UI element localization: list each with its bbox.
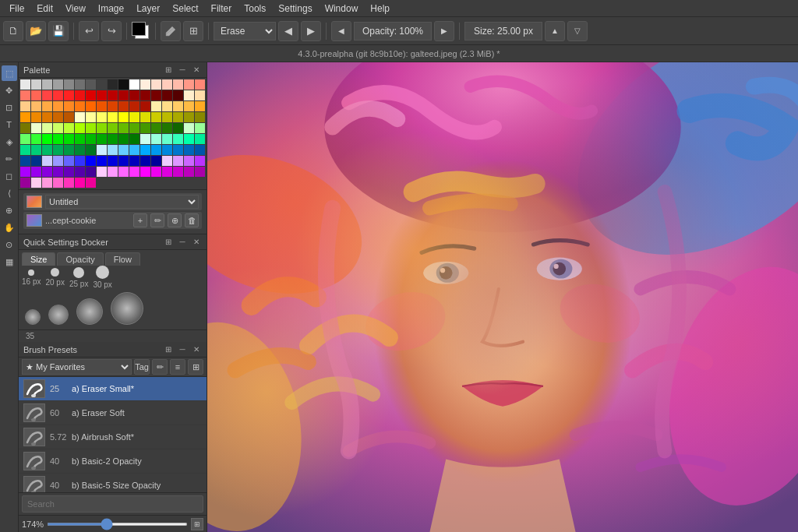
palette-color-swatch[interactable]	[129, 101, 139, 111]
palette-close-icon[interactable]: ✕	[191, 65, 202, 76]
palette-color-swatch[interactable]	[129, 123, 139, 133]
palette-color-swatch[interactable]	[118, 90, 129, 100]
brush-list-item[interactable]: 40b) Basic-2 Opacity	[19, 449, 207, 474]
brush-tool-preview[interactable]	[161, 21, 181, 41]
palette-color-swatch[interactable]	[173, 167, 183, 177]
palette-color-swatch[interactable]	[195, 167, 205, 177]
palette-color-swatch[interactable]	[162, 134, 172, 144]
palette-color-swatch[interactable]	[162, 90, 172, 100]
palette-color-swatch[interactable]	[31, 101, 41, 111]
palette-color-swatch[interactable]	[20, 156, 30, 166]
palette-color-swatch[interactable]	[53, 123, 63, 133]
palette-color-swatch[interactable]	[97, 167, 107, 177]
palette-color-swatch[interactable]	[86, 123, 96, 133]
palette-color-swatch[interactable]	[31, 90, 41, 100]
palette-color-swatch[interactable]	[64, 123, 74, 133]
palette-color-swatch[interactable]	[173, 145, 183, 155]
undo-button[interactable]: ↩	[79, 21, 99, 41]
palette-color-swatch[interactable]	[31, 178, 41, 188]
palette-color-swatch[interactable]	[108, 79, 118, 90]
mode-back-button[interactable]: ◀	[278, 21, 298, 41]
bp-settings-icon[interactable]: ⊞	[163, 344, 174, 355]
palette-color-swatch[interactable]	[42, 123, 52, 133]
palette-color-swatch[interactable]	[64, 101, 74, 111]
qs-settings-icon[interactable]: ⊞	[163, 237, 174, 248]
tool-fill[interactable]: ◈	[2, 134, 17, 150]
palette-color-swatch[interactable]	[162, 167, 172, 177]
palette-color-swatch[interactable]	[151, 145, 161, 155]
redo-button[interactable]: ↪	[101, 21, 122, 41]
palette-color-swatch[interactable]	[184, 145, 194, 155]
palette-color-swatch[interactable]	[184, 90, 194, 100]
palette-color-swatch[interactable]	[53, 112, 63, 122]
palette-color-swatch[interactable]	[86, 145, 96, 155]
fg-color-swatch[interactable]	[132, 22, 146, 36]
palette-color-swatch[interactable]	[86, 178, 96, 188]
palette-color-swatch[interactable]	[75, 134, 85, 144]
palette-color-swatch[interactable]	[173, 90, 183, 100]
palette-color-swatch[interactable]	[118, 123, 129, 133]
palette-color-swatch[interactable]	[173, 156, 183, 166]
palette-color-swatch[interactable]	[42, 178, 52, 188]
brush-list-item[interactable]: 40b) Basic-5 Size Opacity	[19, 474, 207, 492]
palette-color-swatch[interactable]	[129, 134, 139, 144]
palette-color-swatch[interactable]	[53, 156, 63, 166]
palette-color-swatch[interactable]	[42, 90, 52, 100]
palette-color-swatch[interactable]	[108, 134, 118, 144]
preset-edit-button[interactable]: ✏	[152, 359, 168, 375]
zoom-grid-icon[interactable]: ⊞	[191, 518, 203, 530]
menu-image[interactable]: Image	[92, 2, 130, 16]
brush-list-item[interactable]: 5.72b) Airbrush Soft*	[19, 425, 207, 449]
palette-color-swatch[interactable]	[129, 112, 139, 122]
palette-color-swatch[interactable]	[118, 145, 129, 155]
tool-path[interactable]: ⟨	[2, 185, 17, 201]
palette-color-swatch[interactable]	[118, 167, 129, 177]
palette-color-swatch[interactable]	[118, 134, 129, 144]
palette-color-swatch[interactable]	[140, 112, 150, 122]
palette-color-swatch[interactable]	[108, 167, 118, 177]
qs-minimize-icon[interactable]: ─	[177, 237, 188, 248]
opacity-input[interactable]	[354, 22, 432, 41]
palette-color-swatch[interactable]	[75, 178, 85, 188]
palette-color-swatch[interactable]	[151, 90, 161, 100]
menu-settings[interactable]: Settings	[272, 2, 318, 16]
palette-color-swatch[interactable]	[97, 101, 107, 111]
palette-color-swatch[interactable]	[53, 90, 63, 100]
palette-color-swatch[interactable]	[184, 101, 194, 111]
palette-color-swatch[interactable]	[108, 101, 118, 111]
palette-color-swatch[interactable]	[162, 123, 172, 133]
palette-color-swatch[interactable]	[20, 79, 30, 90]
palette-color-swatch[interactable]	[97, 112, 107, 122]
palette-color-swatch[interactable]	[31, 156, 41, 166]
palette-color-swatch[interactable]	[97, 79, 107, 90]
palette-color-swatch[interactable]	[75, 156, 85, 166]
palette-color-swatch[interactable]	[75, 123, 85, 133]
palette-color-swatch[interactable]	[173, 79, 183, 90]
tool-gradient[interactable]: ▦	[2, 254, 17, 270]
palette-color-swatch[interactable]	[20, 178, 30, 188]
palette-color-swatch[interactable]	[42, 145, 52, 155]
palette-color-swatch[interactable]	[86, 167, 96, 177]
menu-view[interactable]: View	[59, 2, 92, 16]
size-dot-20[interactable]	[51, 268, 59, 277]
palette-color-swatch[interactable]	[64, 156, 74, 166]
palette-color-swatch[interactable]	[108, 90, 118, 100]
palette-color-swatch[interactable]	[86, 79, 96, 90]
palette-color-swatch[interactable]	[64, 134, 74, 144]
palette-color-swatch[interactable]	[42, 156, 52, 166]
menu-select[interactable]: Select	[166, 2, 204, 16]
palette-color-swatch[interactable]	[184, 167, 194, 177]
preset-grid-button[interactable]: ⊞	[188, 359, 203, 375]
palette-color-swatch[interactable]	[42, 112, 52, 122]
new-button[interactable]: 🗋	[3, 21, 23, 41]
palette-color-swatch[interactable]	[151, 112, 161, 122]
bp-minimize-icon[interactable]: ─	[177, 344, 188, 355]
palette-color-swatch[interactable]	[173, 123, 183, 133]
palette-color-swatch[interactable]	[118, 156, 129, 166]
palette-color-swatch[interactable]	[53, 178, 63, 188]
menu-tools[interactable]: Tools	[238, 2, 272, 16]
palette-color-swatch[interactable]	[75, 167, 85, 177]
zoom-slider[interactable]	[47, 523, 188, 526]
palette-color-swatch[interactable]	[86, 134, 96, 144]
palette-color-swatch[interactable]	[118, 101, 129, 111]
